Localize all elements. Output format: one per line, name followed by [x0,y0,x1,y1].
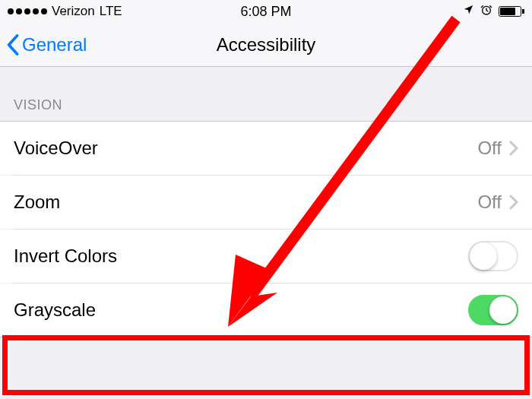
carrier-label: Verizon [52,4,95,19]
back-button[interactable]: General [6,33,87,56]
row-invert-colors: Invert Colors [0,230,532,283]
status-bar: Verizon LTE 6:08 PM [0,0,532,23]
page-title: Accessibility [217,34,316,55]
alarm-icon [480,4,492,20]
toggle-knob [470,242,497,270]
toggle-grayscale[interactable] [468,295,518,325]
divider [0,337,532,337]
row-label: Grayscale [14,299,96,321]
toggle-knob [489,296,517,324]
row-zoom[interactable]: Zoom Off [0,176,532,229]
signal-strength-icon [8,8,47,14]
status-right [463,4,524,20]
toggle-invert-colors[interactable] [468,241,518,271]
battery-icon [499,6,524,17]
row-voiceover[interactable]: VoiceOver Off [0,122,532,175]
chevron-right-icon [509,195,518,210]
row-value: Off [477,138,502,159]
annotation-highlight [2,335,530,395]
network-label: LTE [100,4,122,19]
settings-screen: Verizon LTE 6:08 PM General Accessibilit… [0,0,532,399]
row-label: Zoom [14,192,60,213]
section-header-vision: VISION [0,67,532,121]
status-left: Verizon LTE [8,4,122,19]
chevron-right-icon [509,141,518,156]
row-value: Off [477,192,502,213]
row-label: Invert Colors [14,245,117,267]
location-icon [463,4,474,19]
status-time: 6:08 PM [240,4,291,20]
chevron-left-icon [6,33,19,56]
back-label: General [22,34,87,55]
row-grayscale: Grayscale [0,283,532,337]
nav-bar: General Accessibility [0,23,532,67]
row-label: VoiceOver [14,138,98,159]
